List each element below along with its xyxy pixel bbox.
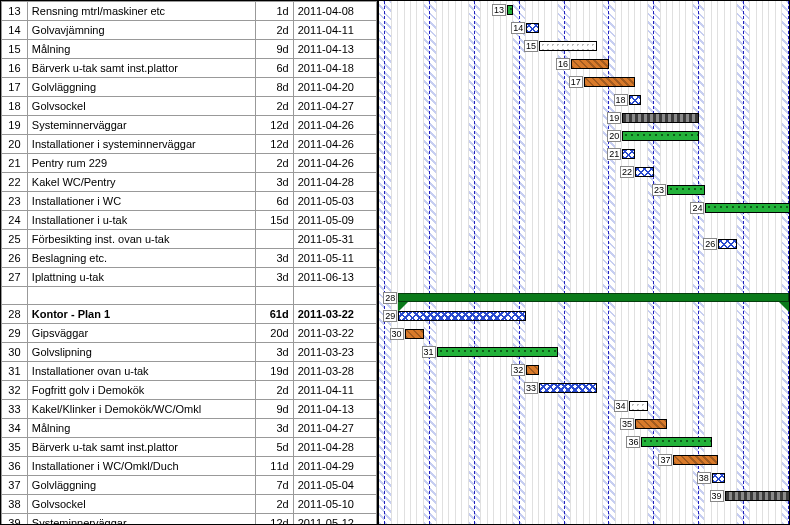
task-id: 38 [2,495,28,514]
bar-label: 26 [703,238,717,250]
task-duration: 3d [256,173,294,192]
task-bar[interactable]: 31 [437,347,559,357]
task-bar[interactable]: 35 [635,419,667,429]
task-table: 13Rensning mtrl/maskiner etc1d2011-04-08… [1,1,377,524]
task-name: Kakel WC/Pentry [27,173,255,192]
table-row[interactable]: 32Fogfritt golv i Demokök2d2011-04-11 [2,381,377,400]
task-bar[interactable]: 24 [705,203,789,213]
bar-label: 13 [492,4,506,16]
table-row[interactable]: 19Systeminnerväggar12d2011-04-26 [2,116,377,135]
task-bar[interactable]: 37 [673,455,718,465]
task-bar[interactable]: 16 [571,59,609,69]
task-start-date: 2011-05-11 [293,249,376,268]
table-row[interactable]: 21Pentry rum 2292d2011-04-26 [2,154,377,173]
task-duration: 2d [256,97,294,116]
table-row[interactable]: 36Installationer i WC/Omkl/Duch11d2011-0… [2,457,377,476]
bar-label: 15 [524,40,538,52]
table-row[interactable]: 38Golvsockel2d2011-05-10 [2,495,377,514]
table-row[interactable]: 30Golvslipning3d2011-03-23 [2,343,377,362]
table-row[interactable]: 26Beslagning etc.3d2011-05-11 [2,249,377,268]
task-duration: 7d [256,476,294,495]
task-bar[interactable]: 29 [398,311,526,321]
task-name: Pentry rum 229 [27,154,255,173]
table-row[interactable]: 23Installationer i WC6d2011-05-03 [2,192,377,211]
bar-label: 30 [390,328,404,340]
gantt-chart-panel[interactable]: 1314151617181920212223242526272829303132… [379,1,789,524]
table-row[interactable]: 29Gipsväggar20d2011-03-22 [2,324,377,343]
task-start-date: 2011-03-22 [293,305,376,324]
summary-bar[interactable]: 28 [398,293,788,302]
table-row[interactable]: 17Golvläggning8d2011-04-20 [2,78,377,97]
bar-label: 34 [614,400,628,412]
bar-label: 23 [652,184,666,196]
task-duration: 9d [256,400,294,419]
task-bar[interactable]: 32 [526,365,539,375]
task-start-date: 2011-04-26 [293,135,376,154]
table-row[interactable]: 15Målning9d2011-04-13 [2,40,377,59]
task-start-date: 2011-04-18 [293,59,376,78]
table-row[interactable]: 14Golvavjämning2d2011-04-11 [2,21,377,40]
task-duration: 8d [256,78,294,97]
task-id: 18 [2,97,28,116]
table-row[interactable]: 13Rensning mtrl/maskiner etc1d2011-04-08 [2,2,377,21]
task-bar[interactable]: 30 [405,329,424,339]
table-row[interactable]: 24Installationer i u-tak15d2011-05-09 [2,211,377,230]
task-table-panel: 13Rensning mtrl/maskiner etc1d2011-04-08… [1,1,379,524]
task-id: 37 [2,476,28,495]
task-bar[interactable]: 33 [539,383,597,393]
table-row[interactable]: 31Installationer ovan u-tak19d2011-03-28 [2,362,377,381]
task-name: Installationer ovan u-tak [27,362,255,381]
task-start-date: 2011-05-09 [293,211,376,230]
task-bar[interactable]: 22 [635,167,654,177]
task-bar[interactable]: 39 [725,491,789,501]
table-row[interactable]: 28Kontor - Plan 161d2011-03-22 [2,305,377,324]
bar-label: 18 [614,94,628,106]
table-row[interactable]: 37Golvläggning7d2011-05-04 [2,476,377,495]
bar-label: 33 [524,382,538,394]
task-start-date: 2011-04-29 [293,457,376,476]
task-duration: 12d [256,135,294,154]
task-bar[interactable]: 21 [622,149,635,159]
task-id: 36 [2,457,28,476]
bar-label: 22 [620,166,634,178]
task-bar[interactable]: 20 [622,131,699,141]
bar-label: 32 [511,364,525,376]
task-id: 20 [2,135,28,154]
task-start-date: 2011-04-28 [293,438,376,457]
task-start-date: 2011-05-12 [293,514,376,525]
table-row[interactable]: 18Golvsockel2d2011-04-27 [2,97,377,116]
task-bar[interactable]: 13 [507,5,513,15]
task-bar[interactable]: 17 [584,77,635,87]
task-bar[interactable]: 23 [667,185,705,195]
task-name: Förbesikting inst. ovan u-tak [27,230,255,249]
task-bar[interactable]: 19 [622,113,699,123]
table-row[interactable]: 35Bärverk u-tak samt inst.plattor5d2011-… [2,438,377,457]
task-id: 27 [2,268,28,287]
task-bar[interactable]: 18 [629,95,642,105]
task-name: Fogfritt golv i Demokök [27,381,255,400]
bar-label: 35 [620,418,634,430]
task-bar[interactable]: 26 [718,239,737,249]
table-row[interactable]: 16Bärverk u-tak samt inst.plattor6d2011-… [2,59,377,78]
task-bar[interactable]: 14 [526,23,539,33]
task-duration: 3d [256,343,294,362]
task-bar[interactable]: 36 [641,437,711,447]
table-row[interactable]: 25Förbesikting inst. ovan u-tak2011-05-3… [2,230,377,249]
table-row[interactable]: 33Kakel/Klinker i Demokök/WC/Omkl9d2011-… [2,400,377,419]
task-name: Golvslipning [27,343,255,362]
table-row[interactable]: 22Kakel WC/Pentry3d2011-04-28 [2,173,377,192]
task-start-date: 2011-04-11 [293,21,376,40]
table-row[interactable]: 34Målning3d2011-04-27 [2,419,377,438]
task-bar[interactable]: 34 [629,401,648,411]
bar-label: 20 [607,130,621,142]
task-bar[interactable]: 15 [539,41,597,51]
task-name: Målning [27,419,255,438]
task-start-date: 2011-06-13 [293,268,376,287]
table-row[interactable]: 39Systeminnerväggar12d2011-05-12 [2,514,377,525]
bar-label: 19 [607,112,621,124]
table-row[interactable]: 27Iplattning u-tak3d2011-06-13 [2,268,377,287]
table-row[interactable]: 20Installationer i systeminnerväggar12d2… [2,135,377,154]
task-duration: 3d [256,249,294,268]
bar-label: 21 [607,148,621,160]
task-bar[interactable]: 38 [712,473,725,483]
